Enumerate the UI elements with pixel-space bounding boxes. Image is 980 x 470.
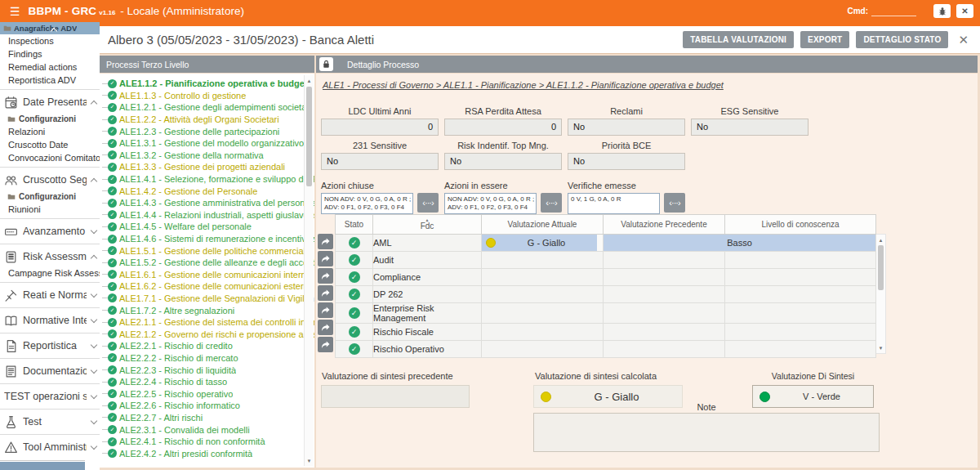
export-button[interactable]: EXPORT [800, 31, 849, 48]
tree-item[interactable]: ✓ALE2.4.2 - Altri presidi conformità [100, 447, 314, 459]
tree-item[interactable]: ✓ALE2.3.1 - Convalida dei modelli [100, 423, 314, 436]
tree-item[interactable]: ✓ALE1.4.6 - Sistemi di remunerazione e i… [100, 233, 314, 245]
tree-item[interactable]: ✓ALE1.5.2 - Gestione delle alleanze e de… [100, 257, 314, 269]
close-panel-icon[interactable]: ✕ [958, 34, 969, 46]
expand-button[interactable]: ‹···› [541, 193, 562, 213]
table-row[interactable]: ✓AMLG - GialloBasso [336, 235, 876, 252]
tree-item[interactable]: ✓ALE1.7.1 - Gestione delle Segnalazioni … [100, 293, 314, 305]
tree-item[interactable]: ✓ALE1.5.1 - Gestione delle politiche com… [100, 244, 314, 257]
tree-item[interactable]: ✓ALE1.1.2 - Pianificazione operativa e b… [100, 78, 314, 90]
scroll-up-icon[interactable]: ▲ [305, 76, 314, 85]
expand-button[interactable]: ‹···› [417, 193, 439, 213]
scrollbar-thumb[interactable] [306, 87, 312, 186]
tree-item[interactable]: ✓ALE2.2.4 - Rischio di tasso [100, 376, 314, 388]
tree-item[interactable]: ✓ALE1.1.3 - Controllo di gestione [100, 90, 314, 102]
sidebar-item-configurazioni[interactable]: Configurazioni [0, 190, 100, 203]
sidebar-item-inspections[interactable]: Inspections [0, 34, 100, 47]
open-row-button[interactable] [318, 337, 333, 352]
hamburger-menu-icon[interactable]: ☰ [10, 5, 20, 18]
sidebar-item-configurazioni[interactable]: Configurazioni [0, 112, 100, 125]
tabella-valutazioni-button[interactable]: TABELLA VALUTAZIONI [683, 31, 794, 48]
sidebar-item-test-operazioni-sche[interactable]: TEST operazioni sche [0, 387, 100, 406]
close-app-button[interactable]: ✕ [956, 4, 973, 18]
column-header-valutazione-precedente[interactable]: Valutazione Precedente [604, 215, 725, 235]
open-row-button[interactable] [318, 285, 333, 301]
column-header-livello-di-conoscenza[interactable]: Livello di conoscenza [725, 215, 876, 235]
open-row-button[interactable] [318, 302, 333, 318]
column-header-fdc[interactable]: ▲Fdc [373, 215, 482, 235]
table-scrollbar[interactable]: ▲ ▼ [876, 234, 886, 354]
tree-item[interactable]: ✓ALE1.3.3 - Gestione dei progetti aziend… [100, 161, 314, 173]
cmd-input[interactable] [871, 6, 916, 16]
table-row[interactable]: ✓Enterprise Risk Management [336, 303, 876, 324]
tree-item[interactable]: ✓ALE1.4.5 - Welfare del personale [100, 221, 314, 233]
column-header-stato[interactable]: Stato [336, 215, 373, 235]
table-row[interactable]: ✓Rischio Fiscale [336, 324, 876, 341]
tree-item[interactable]: ✓ALE2.1.1 - Gestione del sistema dei con… [100, 316, 314, 329]
table-row[interactable]: ✓Rischio Operativo [336, 341, 876, 358]
tree-item[interactable]: ✓ALE2.1.2 - Governo dei rischi e propens… [100, 328, 314, 340]
sidebar-bottom-bar-partial[interactable] [0, 462, 85, 470]
scroll-down-icon[interactable]: ▼ [876, 343, 885, 352]
sidebar-item-riunioni[interactable]: Riunioni [0, 203, 100, 216]
sidebar-item-reportistica[interactable]: Reportistica [0, 336, 100, 356]
tree-item[interactable]: ✓ALE1.6.2 - Gestione delle comunicazioni… [100, 280, 314, 293]
note-textarea[interactable] [533, 413, 880, 452]
debug-bug-button[interactable] [933, 4, 951, 18]
tree-item[interactable]: ✓ALE2.4.1 - Rischio di non conformità [100, 436, 314, 448]
tree-item[interactable]: ✓ALE2.2.7 - Altri rischi [100, 412, 314, 424]
tree-item[interactable]: ✓ALE1.4.2 - Gestione del Personale [100, 185, 314, 197]
tree-item[interactable]: ✓ALE2.2.6 - Rischio informatico [100, 400, 314, 412]
sidebar-item-anagrafiche-adv[interactable]: Anagrafiche ADV [0, 22, 100, 34]
tree-item[interactable]: ✓ALE2.2.2 - Rischio di mercato [100, 352, 314, 365]
expand-button[interactable]: ‹···› [664, 193, 685, 213]
sidebar-item-normative-intern[interactable]: Normative Intern [0, 311, 100, 330]
tree-item[interactable]: ✓ALE1.3.1 - Gestione del modello organiz… [100, 137, 314, 150]
open-row-button[interactable] [318, 251, 333, 266]
scrollbar-thumb[interactable] [878, 245, 884, 290]
sidebar-item-campagne-risk-assessment[interactable]: Campagne Risk Assessment [0, 266, 100, 280]
table-row[interactable]: ✓Compliance [336, 269, 876, 286]
sidebar-item-date-presentazio[interactable]: Date Presentazio [0, 92, 100, 112]
sidebar-item-avanzamento-az[interactable]: Avanzamento Az [0, 222, 100, 241]
sidebar-item-relazioni[interactable]: Relazioni [0, 125, 100, 138]
sidebar-item-risk-assessme[interactable]: Risk Assessme [0, 247, 100, 266]
tree-item[interactable]: ✓ALE2.2.5 - Rischio operativo [100, 387, 314, 400]
table-row[interactable]: ✓DP 262 [336, 286, 876, 303]
tree-item[interactable]: ✓ALE1.2.2 - Attività degli Organi Societ… [100, 114, 314, 126]
open-row-button[interactable] [318, 320, 333, 335]
sidebar-item-convocazioni-comitato-sci[interactable]: Convocazioni Comitato SCI [0, 151, 100, 164]
tree-item[interactable]: ✓ALE1.6.1 - Gestione delle comunicazioni… [100, 269, 314, 281]
sidebar-item-cruscotto-segre[interactable]: Cruscotto Segre [0, 170, 100, 190]
sidebar-item-reati-e-normativ[interactable]: Reati e Normativ [0, 285, 100, 305]
table-row[interactable]: ✓Audit [336, 252, 876, 269]
tree-item[interactable]: ✓ALE1.2.1 - Gestione degli adempimenti s… [100, 101, 314, 114]
sidebar-item-tool-amministrat[interactable]: Tool Amministrat [0, 437, 100, 457]
breadcrumb[interactable]: ALE1 - Processi di Governo > ALE1.1 - Pi… [323, 80, 724, 90]
dettaglio-stato-button[interactable]: DETTAGLIO STATO [856, 31, 948, 48]
lock-button[interactable] [319, 57, 333, 71]
sidebar-item-remedial-actions[interactable]: Remedial actions [0, 60, 100, 74]
sidebar-item-reportistica-adv[interactable]: Reportistica ADV [0, 74, 100, 87]
sidebar-item-cruscotto-date[interactable]: Cruscotto Date [0, 138, 100, 151]
check-circle-icon: ✓ [108, 306, 117, 315]
tree-scrollbar[interactable]: ▲ ▼ [304, 75, 314, 466]
scroll-up-icon[interactable]: ▲ [876, 235, 885, 244]
column-header-valutazione-attuale[interactable]: Valutazione Attuale [482, 215, 604, 235]
tree-item[interactable]: ✓ALE2.2.1 - Rischio di credito [100, 340, 314, 352]
tree-item[interactable]: ✓ALE1.7.2 - Altre segnalazioni [100, 304, 314, 316]
tree-item[interactable]: ✓ALE1.3.2 - Gestione della normativa [100, 150, 314, 162]
tree-item[interactable]: ✓ALE1.4.1 - Selezione, formazione e svil… [100, 173, 314, 186]
tree-item[interactable]: ✓ALE1.4.4 - Relazioni industriali, aspet… [100, 209, 314, 222]
tree-item[interactable]: ✓ALE1.4.3 - Gestione amministrativa del … [100, 197, 314, 209]
field-231-sensitive: 231 SensitiveNo [321, 141, 439, 170]
process-tree-panel: ✓ALE1.1.2 - Pianificazione operativa e b… [100, 74, 314, 468]
open-row-button[interactable] [318, 234, 333, 249]
sidebar-item-documentazione[interactable]: Documentazione [0, 361, 100, 381]
sidebar-item-findings[interactable]: Findings [0, 47, 100, 60]
scroll-down-icon[interactable]: ▼ [305, 456, 314, 465]
tree-item[interactable]: ✓ALE2.2.3 - Rischio di liquidità [100, 364, 314, 376]
tree-item[interactable]: ✓ALE1.2.3 - Gestione delle partecipazion… [100, 125, 314, 137]
open-row-button[interactable] [318, 268, 333, 284]
sidebar-item-test[interactable]: Test [0, 412, 100, 432]
